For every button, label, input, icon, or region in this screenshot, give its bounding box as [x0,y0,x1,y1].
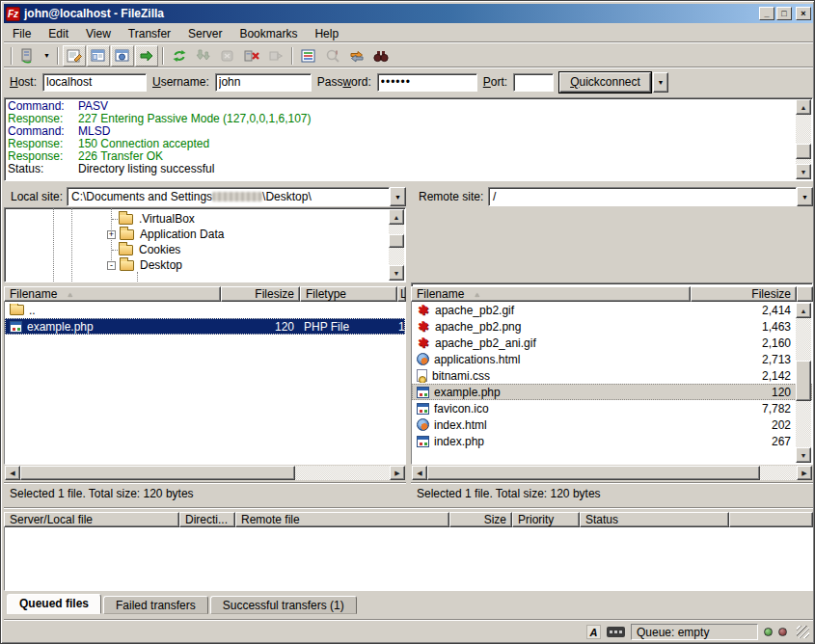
column-header-filename[interactable]: Filename▲ [411,286,691,302]
remote-list-hscrollbar[interactable]: ◀ ▶ [412,466,812,480]
collapse-icon[interactable]: - [107,261,116,270]
scroll-up-icon[interactable]: ▲ [796,303,811,318]
menu-edit[interactable]: Edit [40,25,77,42]
scroll-left-icon[interactable]: ◀ [5,466,20,480]
quickconnect-bar: Host: Username: Password: Port: Quickcon… [4,68,813,95]
local-site-combobox[interactable]: C:\Documents and Settings\Desktop\ ▼ [67,187,406,206]
column-header-remote-file[interactable]: Remote file [235,512,449,527]
quickconnect-dropdown[interactable]: ▼ [653,72,668,93]
menu-help[interactable]: Help [306,25,347,42]
scroll-up-icon[interactable]: ▲ [796,99,811,115]
remote-list-header: Filename▲ Filesize [411,286,813,302]
minimize-button[interactable]: _ [759,7,774,20]
column-header-priority[interactable]: Priority [512,512,580,527]
synchronized-browsing-button[interactable] [345,45,368,67]
local-file-list: .. example.php 120 PHP File 1 [4,302,406,465]
process-queue-button[interactable] [192,45,215,67]
list-item[interactable]: ✱apache_pb2.gif 2,414 [412,302,812,318]
column-header-filesize[interactable]: Filesize [691,286,797,302]
scrollbar-thumb[interactable] [20,466,295,480]
list-item[interactable]: index.php 267 [412,433,812,449]
menu-file[interactable]: File [4,25,40,42]
tree-node-virtualbox[interactable]: .VirtualBox [119,211,197,227]
image-file-icon: ✱ [417,320,430,334]
queue-body[interactable] [4,527,813,591]
username-input[interactable] [215,73,312,92]
directory-comparison-button[interactable] [321,45,344,67]
list-item-parent-dir[interactable]: .. [5,302,405,318]
refresh-button[interactable] [168,45,191,67]
tree-node-cookies[interactable]: Cookies [119,242,182,257]
disconnect-button[interactable] [240,45,263,67]
scrollbar-thumb[interactable] [796,144,811,159]
column-header-lastmodified[interactable]: L [397,286,406,302]
toggle-remote-tree-button[interactable] [111,45,134,67]
cancel-operation-button[interactable] [216,45,239,67]
scroll-right-icon[interactable]: ▶ [390,466,405,480]
chevron-down-icon[interactable]: ▼ [390,187,406,206]
folder-icon [119,245,133,255]
column-header-filetype[interactable]: Filetype [300,286,397,302]
column-header-filesize[interactable]: Filesize [221,286,300,302]
column-header-size[interactable]: Size [449,512,512,527]
column-header-status[interactable]: Status [580,512,729,527]
tree-node-desktop[interactable]: - Desktop [107,257,184,273]
quickconnect-button[interactable]: Quickconnect [559,72,651,93]
menu-transfer[interactable]: Transfer [120,25,179,42]
port-input[interactable] [513,73,554,92]
menu-server[interactable]: Server [179,25,231,42]
tab-successful-transfers[interactable]: Successful transfers (1) [210,596,357,614]
column-header-filename[interactable]: Filename▲ [4,286,221,302]
log-scrollbar[interactable]: ▲ ▼ [796,99,811,179]
list-item-example-php[interactable]: example.php 120 [412,384,812,400]
list-item[interactable]: applications.html 2,713 [412,351,812,367]
tab-failed-transfers[interactable]: Failed transfers [103,596,208,614]
site-manager-button[interactable] [16,45,40,67]
chevron-down-icon[interactable]: ▼ [797,187,813,206]
scrollbar-thumb[interactable] [796,361,811,401]
remote-list-scrollbar[interactable]: ▲ ▼ [796,303,811,463]
toggle-local-tree-button[interactable] [87,45,110,67]
column-header-direction[interactable]: Directi... [179,512,235,527]
local-list-hscrollbar[interactable]: ◀ ▶ [5,466,405,480]
find-files-button[interactable] [369,45,393,67]
maximize-button[interactable]: □ [776,7,792,20]
scrollbar-thumb[interactable] [427,466,760,480]
list-item[interactable]: ✱apache_pb2.png 1,463 [412,318,812,335]
scroll-right-icon[interactable]: ▶ [797,466,812,480]
remote-site-combobox[interactable]: / ▼ [488,187,813,206]
local-tree-scrollbar[interactable]: ▲ ▼ [389,209,404,281]
reconnect-button[interactable] [264,45,287,67]
password-input[interactable] [377,73,477,92]
menu-bookmarks[interactable]: Bookmarks [231,25,306,42]
list-item[interactable]: bitnami.css 2,142 [412,367,812,384]
list-item[interactable]: favicon.ico 7,782 [412,400,812,416]
scrollbar-thumb[interactable] [389,234,404,248]
resize-grip[interactable] [797,626,809,638]
toolbar-separator [162,47,164,65]
expand-icon[interactable]: + [107,230,116,239]
local-selection-status: Selected 1 file. Total size: 120 bytes [4,482,406,502]
scroll-down-icon[interactable]: ▼ [796,164,811,179]
site-manager-dropdown[interactable]: ▼ [41,45,53,67]
directory-filters-button[interactable] [297,45,320,67]
scroll-down-icon[interactable]: ▼ [389,265,404,281]
list-item[interactable]: ✱apache_pb2_ani.gif 2,160 [412,335,812,351]
tree-node-application-data[interactable]: + Application Data [107,227,226,242]
toggle-queue-button[interactable] [135,45,158,67]
tab-queued-files[interactable]: Queued files [7,594,101,614]
toggle-message-log-button[interactable] [63,45,86,67]
list-item-example-php[interactable]: example.php 120 PHP File 1 [5,318,405,335]
menu-view[interactable]: View [77,25,120,42]
column-header-server-local-file[interactable]: Server/Local file [4,512,179,527]
remote-site-label: Remote site: [414,187,483,206]
log-line: Response:227 Entering Passive Mode (127,… [5,113,795,125]
host-input[interactable] [42,73,147,92]
scroll-down-icon[interactable]: ▼ [796,447,811,463]
close-button[interactable]: × [796,7,811,20]
scroll-up-icon[interactable]: ▲ [389,209,404,225]
queue-header: Server/Local file Directi... Remote file… [4,512,813,527]
list-item[interactable]: index.html 202 [412,416,812,433]
pane-splitter[interactable] [406,187,411,502]
scroll-left-icon[interactable]: ◀ [412,466,427,480]
